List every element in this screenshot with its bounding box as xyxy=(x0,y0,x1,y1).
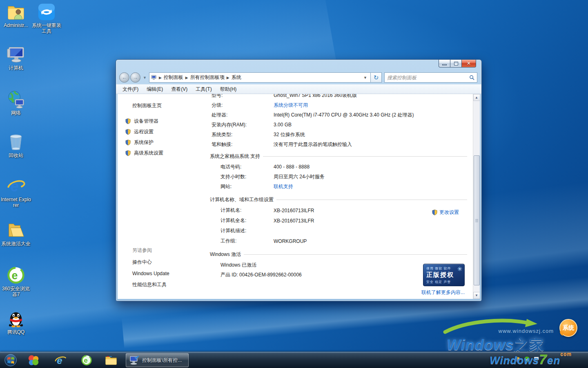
taskbar-explorer-button[interactable] xyxy=(103,353,119,367)
start-button[interactable] xyxy=(2,353,19,367)
spec-row-model: 型号: Ghost_Win7 SP1 x86 2016 360装机版 xyxy=(212,94,473,100)
breadcrumb-all-items[interactable]: 所有控制面板项 xyxy=(190,74,225,81)
network-icon xyxy=(7,90,25,109)
maximize-icon xyxy=(454,62,458,65)
computer-row-workgroup: 工作组: WORKGROUP xyxy=(212,236,473,246)
sidebar-item-performance-tools[interactable]: 性能信息和工具 xyxy=(132,281,202,288)
menu-help[interactable]: 帮助(H) xyxy=(220,86,237,93)
see-also-header: 另请参阅 xyxy=(132,247,202,254)
qq-penguin-icon xyxy=(7,309,25,328)
software-manager-icon xyxy=(27,354,40,366)
sidebar-item-device-manager[interactable]: 设备管理器 xyxy=(125,118,202,124)
internet-explorer-icon: e xyxy=(54,354,67,366)
sidebar-item-system-protection[interactable]: 系统保护 xyxy=(125,139,202,146)
desktop-icon-label: 系统一键重装工具 xyxy=(31,22,62,34)
taskbar-active-window-button[interactable]: 控制面板\所有控... xyxy=(126,353,189,367)
taskbar: e e 控制面 xyxy=(0,352,588,368)
search-box[interactable] xyxy=(384,72,477,83)
folder-icon xyxy=(105,355,117,366)
uac-shield-icon xyxy=(125,118,131,124)
desktop-icon-recycle-bin[interactable]: 回收站 xyxy=(0,132,32,158)
support-row-hours: 支持小时数: 周日至周六 24小时服务 xyxy=(212,172,473,182)
desktop-icon-360-browser[interactable]: e 360安全浏览器7 xyxy=(0,266,32,297)
watermark-badge: 系统 xyxy=(559,319,577,337)
scroll-up-icon[interactable]: ▲ xyxy=(473,94,480,101)
back-button[interactable]: ← xyxy=(119,72,129,83)
maximize-button[interactable] xyxy=(450,60,462,67)
sidebar-item-remote-settings[interactable]: 远程设置 xyxy=(125,129,202,135)
forward-button[interactable]: → xyxy=(130,72,140,83)
address-bar[interactable]: ▶ 控制面板 ▶ 所有控制面板项 ▶ 系统 ▼ xyxy=(149,72,371,83)
desktop-icon-administrator[interactable]: Administr... xyxy=(0,2,32,28)
desktop-icon-qq[interactable]: 腾讯QQ xyxy=(0,309,32,335)
genuine-star-icon: ✳ xyxy=(457,265,462,273)
sidebar-item-windows-update[interactable]: Windows Update xyxy=(132,271,202,276)
360-browser-icon: e xyxy=(81,355,92,366)
scroll-down-icon[interactable]: ▼ xyxy=(473,292,480,299)
minimize-icon xyxy=(442,64,447,65)
desktop-icon-reinstall-tool[interactable]: 系统一键重装工具 xyxy=(31,2,62,34)
uac-shield-icon xyxy=(125,139,131,146)
title-bar[interactable]: ✕ xyxy=(116,60,481,71)
sidebar-see-also-group: 另请参阅 操作中心 Windows Update 性能信息和工具 xyxy=(123,247,202,293)
system-window: ✕ ← → ▼ ▶ 控制面板 ▶ 所有控制面板项 ▶ 系统 ▼ ↻ xyxy=(116,59,482,301)
online-support-link[interactable]: 联机支持 xyxy=(274,183,293,190)
change-settings-link[interactable]: 更改设置 xyxy=(432,209,459,216)
tray-network-icon[interactable] xyxy=(534,357,540,362)
control-panel-sidebar: 控制面板主页 设备管理器 远程设置 系统保护 高级系统设置 xyxy=(118,94,202,299)
scrollbar-thumb[interactable] xyxy=(474,155,480,285)
address-dropdown-icon[interactable]: ▼ xyxy=(362,76,369,80)
show-hidden-icons-icon[interactable]: ▲ xyxy=(507,357,511,361)
menu-view[interactable]: 查看(V) xyxy=(171,86,187,93)
desktop: Administr... 系统一键重装工具 计算机 xyxy=(0,0,588,368)
menu-edit[interactable]: 编辑(E) xyxy=(147,86,163,93)
breadcrumb-control-panel[interactable]: 控制面板 xyxy=(164,74,183,81)
breadcrumb-separator: ▶ xyxy=(185,76,188,80)
desktop-icon-network[interactable]: 网络 xyxy=(0,90,32,116)
taskbar-360-browser-button[interactable]: e xyxy=(78,353,95,367)
desktop-icon-label: Internet Explorer xyxy=(0,197,32,208)
desktop-icon-internet-explorer[interactable]: e Internet Explorer xyxy=(0,177,32,208)
watermark-swoosh xyxy=(443,317,545,334)
search-input[interactable] xyxy=(387,75,469,81)
computer-row-description: 计算机描述: xyxy=(212,226,473,236)
desktop-icon-label: 腾讯QQ xyxy=(0,329,32,335)
system-info-panel: 型号: Ghost_Win7 SP1 x86 2016 360装机版 分级: 系… xyxy=(202,94,473,299)
tray-action-center-icon[interactable] xyxy=(514,357,520,362)
desktop-icon-label: 计算机 xyxy=(0,65,32,71)
computer-row-fullname: 计算机全名: XB-20160713ILFR xyxy=(212,215,473,226)
desktop-icon-computer[interactable]: 计算机 xyxy=(0,45,32,71)
desktop-icon-label: 系统激活大全 xyxy=(0,241,32,247)
search-icon[interactable] xyxy=(469,75,474,80)
support-row-phone: 电话号码: 400 - 888 - 8888 xyxy=(212,162,473,172)
sidebar-item-home[interactable]: 控制面板主页 xyxy=(132,102,202,109)
menu-tools[interactable]: 工具(T) xyxy=(196,86,212,93)
system-window-icon xyxy=(129,356,139,365)
spec-row-ram: 安装内存(RAM): 3.00 GB xyxy=(212,120,473,130)
refresh-button[interactable]: ↻ xyxy=(371,72,382,83)
taskbar-ie-button[interactable]: e xyxy=(52,353,69,367)
svg-text:e: e xyxy=(84,357,88,364)
breadcrumb-separator: ▶ xyxy=(159,76,162,80)
desktop-icon-label: 360安全浏览器7 xyxy=(0,286,32,297)
tray-360-safe-icon[interactable] xyxy=(524,356,530,362)
learn-more-link[interactable]: 联机了解更多内容... xyxy=(421,289,465,296)
internet-explorer-icon: e xyxy=(7,177,25,195)
sidebar-item-advanced-settings[interactable]: 高级系统设置 xyxy=(125,150,202,156)
menu-file[interactable]: 文件(F) xyxy=(122,86,138,93)
genuine-software-badge[interactable]: ✳ 使用 微软 软件 正版授权 安全 稳定 声誉 xyxy=(423,264,465,286)
close-button[interactable]: ✕ xyxy=(462,60,476,67)
vertical-scrollbar[interactable]: ▲ ▼ xyxy=(473,94,480,299)
taskbar-360-manager-button[interactable] xyxy=(25,353,42,367)
spec-row-system-type: 系统类型: 32 位操作系统 xyxy=(212,130,473,139)
desktop-icon-label: Administr... xyxy=(0,22,32,28)
reinstall-tool-icon xyxy=(37,2,56,21)
sidebar-item-action-center[interactable]: 操作中心 xyxy=(132,259,202,266)
history-dropdown-icon[interactable]: ▼ xyxy=(143,76,147,80)
windows-start-icon xyxy=(4,354,17,367)
rating-unavailable-link[interactable]: 系统分级不可用 xyxy=(274,102,308,109)
minimize-button[interactable] xyxy=(439,60,450,67)
breadcrumb-system[interactable]: 系统 xyxy=(232,74,241,81)
desktop-icon-activation-folder[interactable]: 系统激活大全 xyxy=(0,221,32,247)
open-folder-icon xyxy=(7,221,25,240)
